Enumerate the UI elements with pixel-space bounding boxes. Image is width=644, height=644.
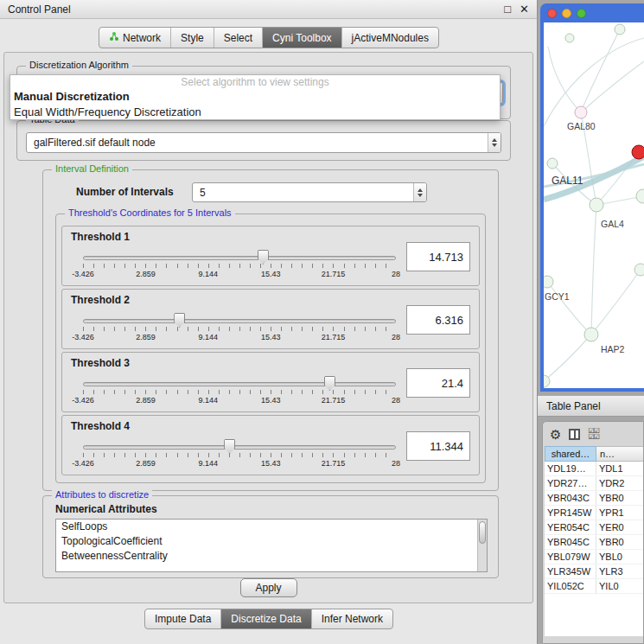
attributes-group-title: Attributes to discretize — [52, 489, 152, 500]
node-label: GAL80 — [567, 121, 596, 131]
top-tabstrip: Network Style Select Cyni Toolbox jActiv… — [99, 27, 439, 48]
table-panel-header: Table Panel — [538, 395, 644, 417]
threshold-4-slider-thumb[interactable] — [224, 439, 235, 454]
thresholds-group-title: Threshold's Coordinates for 5 Intervals — [65, 207, 235, 218]
slider-tick-labels: -3.426 2.859 9.144 15.43 21.715 28 — [83, 333, 396, 342]
tab-style[interactable]: Style — [170, 28, 214, 48]
tab-discretize-data[interactable]: Discretize Data — [220, 609, 310, 628]
close-button[interactable] — [547, 9, 557, 18]
chevron-updown-icon[interactable] — [413, 183, 426, 201]
node[interactable] — [547, 158, 558, 169]
threshold-4-label: Threshold 4 — [71, 420, 130, 432]
table-row[interactable]: YIL052C YIL0 — [545, 579, 643, 594]
tab-cyni-toolbox[interactable]: Cyni Toolbox — [262, 28, 341, 48]
network-canvas[interactable]: GAL80 GAL11 GAL4 GCY1 HAP2 — [544, 22, 644, 388]
threshold-3-slider[interactable]: -3.426 2.859 9.144 15.43 21.715 28 — [83, 375, 396, 408]
node[interactable] — [636, 189, 644, 203]
interval-definition-group-title: Interval Definition — [52, 163, 132, 174]
select-attributes-icon[interactable]: ☑☑ ☑☑ — [588, 428, 598, 440]
node-gal80[interactable] — [575, 106, 587, 118]
number-of-intervals-value: 5 — [193, 187, 413, 199]
slider-ticks — [83, 390, 396, 394]
tab-discretize-data-label: Discretize Data — [231, 613, 301, 625]
node-hap2[interactable] — [584, 328, 598, 341]
dropdown-placeholder: Select algorithm to view settings — [10, 75, 500, 89]
network-graph: GAL80 GAL11 GAL4 GCY1 HAP2 — [544, 22, 644, 388]
table-row[interactable]: YER054C YER0 — [545, 520, 643, 535]
node-gcy1[interactable] — [544, 276, 553, 288]
gear-icon[interactable]: ⚙ — [550, 428, 561, 441]
attribute-table: shared… n… YDL19… YDL1 YDR27… YDR2 YBR04… — [545, 446, 643, 636]
tab-infer-network-label: Infer Network — [322, 613, 383, 625]
node-selected-red[interactable] — [632, 145, 644, 159]
scrollbar[interactable] — [477, 520, 487, 571]
chevron-updown-icon[interactable] — [488, 133, 501, 152]
float-window-icon[interactable]: □ — [504, 3, 511, 16]
node[interactable] — [634, 264, 644, 276]
threshold-1-panel: Threshold 1 -3.426 2.859 9.144 15.43 21.… — [61, 226, 480, 286]
scrollbar-thumb[interactable] — [479, 521, 486, 544]
number-of-intervals-combobox[interactable]: 5 — [192, 182, 427, 202]
table-row[interactable]: YPR145W YPR1 — [545, 506, 643, 520]
table-data-combobox-value: galFiltered.sif default node — [27, 137, 488, 149]
node-label: GAL4 — [601, 219, 624, 229]
tab-impute-data-label: Impute Data — [155, 613, 211, 625]
threshold-2-slider[interactable]: -3.426 2.859 9.144 15.43 21.715 28 — [83, 312, 396, 345]
threshold-4-panel: Threshold 4 -3.426 2.859 9.144 15.43 21.… — [61, 415, 480, 475]
table-row[interactable]: YBR045C YBR0 — [545, 535, 643, 550]
tab-network[interactable]: Network — [99, 28, 170, 48]
network-tab-icon — [109, 31, 119, 44]
table-row[interactable]: YBR043C YBR0 — [545, 491, 643, 506]
threshold-2-value-input[interactable]: 6.316 — [406, 305, 470, 335]
list-item[interactable]: BetweennessCentrality — [56, 549, 487, 564]
threshold-1-label: Threshold 1 — [71, 231, 130, 243]
tab-jactivemodules-label: jActiveMNodules — [352, 32, 429, 44]
threshold-3-panel: Threshold 3 -3.426 2.859 9.144 15.43 21.… — [61, 352, 480, 412]
table-row[interactable]: YBL079W YBL0 — [545, 550, 643, 564]
tab-select[interactable]: Select — [214, 28, 262, 48]
table-row[interactable]: YDL19… YDL1 — [545, 462, 643, 476]
dropdown-option-manual-discretization[interactable]: Manual Discretization — [10, 89, 500, 105]
tab-style-label: Style — [181, 32, 204, 44]
threshold-4-slider[interactable]: -3.426 2.859 9.144 15.43 21.715 28 — [83, 438, 396, 471]
table-data-combobox[interactable]: galFiltered.sif default node — [26, 132, 501, 153]
table-row[interactable]: YDR27… YDR2 — [545, 476, 643, 491]
number-of-intervals-label: Number of Intervals — [76, 186, 174, 198]
threshold-4-value-input[interactable]: 11.344 — [406, 431, 470, 461]
threshold-3-value-input[interactable]: 21.4 — [406, 368, 470, 398]
tab-jactivemodules[interactable]: jActiveMNodules — [341, 28, 438, 48]
zoom-button[interactable] — [577, 9, 586, 18]
threshold-1-slider[interactable]: -3.426 2.859 9.144 15.43 21.715 28 — [83, 249, 396, 282]
dropdown-option-equal-width-frequency[interactable]: Equal Width/Frequency Discretization — [10, 105, 500, 120]
tab-infer-network[interactable]: Infer Network — [311, 609, 392, 628]
node-label: GAL11 — [552, 175, 583, 187]
columns-icon[interactable] — [569, 429, 580, 440]
numerical-attributes-label: Numerical Attributes — [55, 503, 157, 515]
apply-button[interactable]: Apply — [240, 578, 297, 597]
threshold-2-label: Threshold 2 — [71, 294, 130, 306]
bottom-tabstrip: Impute Data Discretize Data Infer Networ… — [144, 609, 393, 629]
column-header-name[interactable]: n… — [596, 446, 643, 462]
node[interactable] — [615, 24, 625, 35]
threshold-3-label: Threshold 3 — [71, 357, 130, 369]
tab-network-label: Network — [123, 32, 161, 44]
close-window-icon[interactable]: ✕ — [520, 3, 529, 16]
tab-impute-data[interactable]: Impute Data — [145, 609, 220, 628]
threshold-1-slider-thumb[interactable] — [258, 250, 269, 265]
slider-track[interactable] — [83, 319, 396, 323]
column-header-shared-name[interactable]: shared… — [545, 446, 596, 462]
threshold-3-slider-thumb[interactable] — [324, 376, 335, 391]
numerical-attributes-list[interactable]: SelfLoops TopologicalCoefficient Between… — [55, 519, 488, 572]
threshold-1-value-input[interactable]: 14.713 — [406, 242, 470, 271]
slider-track[interactable] — [83, 445, 396, 450]
slider-track[interactable] — [83, 256, 396, 260]
slider-track[interactable] — [83, 382, 396, 386]
table-row[interactable]: YLR345W YLR3 — [545, 564, 643, 579]
list-item[interactable]: SelfLoops — [56, 520, 487, 534]
table-toolbar: ⚙ ☑☑ ☑☑ — [543, 422, 643, 446]
node[interactable] — [565, 34, 574, 42]
list-item[interactable]: TopologicalCoefficient — [56, 534, 487, 549]
node-gal4[interactable] — [590, 198, 603, 212]
threshold-2-slider-thumb[interactable] — [174, 313, 185, 328]
minimize-button[interactable] — [562, 9, 571, 18]
